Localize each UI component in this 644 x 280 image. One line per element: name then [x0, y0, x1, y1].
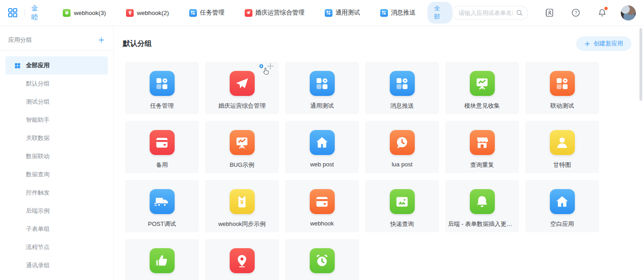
topbar-tab[interactable]: 婚庆运营综合管理: [245, 9, 305, 17]
app-card[interactable]: webhook(2): [205, 239, 279, 280]
app-card[interactable]: 查询重复: [445, 121, 519, 173]
divider: [25, 9, 25, 16]
app-card[interactable]: lua post: [365, 121, 439, 173]
app-name: 婚庆运营综合管理: [218, 102, 266, 110]
add-group-button[interactable]: [98, 36, 105, 44]
app-card[interactable]: 甘特图: [525, 121, 599, 173]
sidebar-item[interactable]: 通讯录组: [0, 256, 113, 275]
app-card[interactable]: 联动测试: [525, 62, 599, 114]
topbar-tab[interactable]: 消息推送: [380, 9, 416, 17]
shop-icon: [470, 130, 495, 155]
app-card[interactable]: 空白应用: [525, 180, 599, 232]
tab-label: 婚庆运营综合管理: [256, 9, 305, 17]
app-name: 备用: [156, 161, 168, 169]
sidebar-item[interactable]: 后端示例: [0, 202, 113, 220]
page-title: 默认分组: [123, 39, 152, 49]
sidebar-item-label: 全部应用: [26, 61, 50, 70]
sidebar-group-list: 全部应用默认分组测试分组智能助手关联数据数据联动数据查询控件触发后端示例子表单组…: [0, 56, 113, 280]
home-icon: [550, 189, 575, 214]
sidebar-item[interactable]: 子表单组: [0, 220, 113, 238]
app-card[interactable]: 模块意见收集: [445, 62, 519, 114]
envelope-icon: ¥: [230, 189, 255, 214]
board-icon: [230, 130, 255, 155]
topbar: 金睦 webhook(3)webhook(2)任务管理婚庆运营综合管理通用测试消…: [0, 0, 644, 26]
app-name: 模块意见收集: [464, 102, 500, 110]
sidebar-item[interactable]: 计划任务: [0, 275, 113, 280]
sidebar: 应用分组 全部应用默认分组测试分组智能助手关联数据数据联动数据查询控件触发后端示…: [0, 26, 114, 280]
create-app-button[interactable]: 创建新应用: [576, 36, 631, 51]
app-card[interactable]: BUG示例: [205, 121, 279, 173]
sidebar-item-label: 子表单组: [26, 225, 50, 233]
sidebar-item[interactable]: 关联数据: [0, 129, 113, 147]
sidebar-item[interactable]: 智能助手: [0, 111, 113, 129]
sidebar-item[interactable]: 默认分组: [0, 75, 113, 93]
app-grid: 任务管理婚庆运营综合管理通用测试消息推送模块意见收集联动测试备用BUG示例web…: [125, 62, 599, 280]
app-grid-logo-icon[interactable]: [7, 7, 18, 19]
topbar-tab[interactable]: 通用测试: [325, 9, 360, 17]
help-icon[interactable]: ?: [571, 8, 581, 18]
sidebar-item[interactable]: 测试分组: [0, 93, 113, 111]
pin-icon: [230, 248, 255, 273]
topbar-tab[interactable]: 任务管理: [189, 9, 225, 17]
app-card[interactable]: web post: [285, 121, 359, 173]
sidebar-item[interactable]: 数据查询: [0, 165, 113, 184]
truck-icon: [150, 189, 175, 214]
plane-icon: [245, 9, 252, 17]
sidebar-item[interactable]: 全部应用: [5, 56, 108, 75]
plus-icon: [584, 41, 590, 47]
svg-text:?: ?: [574, 10, 577, 15]
topbar-tabs: webhook(3)webhook(2)任务管理婚庆运营综合管理通用测试消息推送: [63, 9, 415, 17]
sidebar-item-label: 智能助手: [26, 116, 50, 124]
gear-icon[interactable]: [258, 63, 265, 70]
plane-icon: [230, 71, 255, 96]
app-card[interactable]: webhook: [285, 180, 359, 232]
app-card[interactable]: 备用: [125, 121, 199, 173]
sidebar-item-label: 流程节点: [26, 243, 50, 251]
app-card[interactable]: 婚庆运营综合管理: [205, 62, 279, 114]
avatar[interactable]: [621, 5, 636, 20]
grid-icon: [325, 9, 332, 17]
contacts-icon[interactable]: [544, 8, 554, 18]
app-card[interactable]: 消息推送: [365, 62, 439, 114]
vertical-scrollbar[interactable]: [639, 28, 642, 101]
app-name: 任务管理: [150, 102, 174, 110]
sidebar-item[interactable]: 流程节点: [0, 238, 113, 256]
alarm-icon: [63, 9, 70, 17]
app-card[interactable]: 快递查询: [365, 180, 439, 232]
pin-icon: [126, 9, 134, 17]
app-card[interactable]: ¥webhook同步示例: [205, 180, 279, 232]
sidebar-item[interactable]: 数据联动: [0, 147, 113, 165]
app-card[interactable]: webhook(3): [285, 239, 359, 280]
notification-bell-icon[interactable]: [597, 8, 607, 18]
app-name: web post: [310, 161, 334, 168]
sidebar-item-label: 测试分组: [26, 98, 50, 106]
topbar-tab[interactable]: webhook(3): [63, 9, 106, 17]
tab-all[interactable]: 全部: [428, 2, 452, 24]
app-card[interactable]: webhook(1): [125, 239, 199, 280]
app-name: 甘特图: [553, 161, 571, 169]
bell-icon: [470, 189, 495, 214]
move-icon[interactable]: [267, 63, 274, 70]
app-card[interactable]: 后端 - 表单数据插入更新...: [445, 180, 519, 232]
app-name: lua post: [392, 161, 413, 168]
app-card[interactable]: POST调试: [125, 180, 199, 232]
app-card[interactable]: 任务管理: [125, 62, 199, 114]
grid-icon: [390, 71, 415, 96]
sidebar-title: 应用分组: [8, 36, 32, 44]
search-icon[interactable]: [515, 9, 523, 17]
search-box: [452, 6, 528, 20]
grid-icon: [550, 71, 575, 96]
image-icon: [390, 189, 415, 214]
sidebar-item-label: 默认分组: [26, 80, 50, 88]
app-card[interactable]: 通用测试: [285, 62, 359, 114]
topbar-tab[interactable]: webhook(2): [126, 9, 169, 17]
workspace-name[interactable]: 金睦: [31, 4, 44, 21]
sidebar-item-label: 控件触发: [26, 189, 50, 197]
thumb-icon: [150, 248, 175, 273]
grid-icon: [310, 71, 335, 96]
app-name: 空白应用: [550, 220, 574, 228]
sidebar-item[interactable]: 控件触发: [0, 184, 113, 202]
sidebar-item-label: 后端示例: [26, 207, 50, 215]
grid-icon: [150, 71, 175, 96]
home-icon: [310, 130, 335, 155]
